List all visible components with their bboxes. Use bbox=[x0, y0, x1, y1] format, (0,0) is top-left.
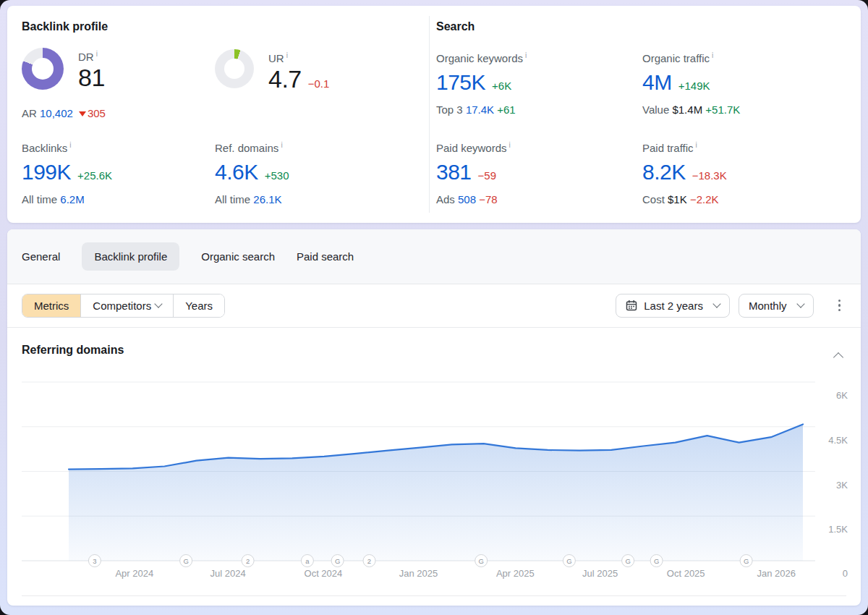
organic-keywords-delta: +6K bbox=[492, 80, 511, 92]
toolbar-right-group: Last 2 years Monthly bbox=[616, 294, 846, 318]
summary-card: Backlink profile Search DRi 81 AR 10,402… bbox=[7, 6, 861, 223]
backlinks-alltime-link[interactable]: 6.2M bbox=[60, 193, 84, 205]
paid-traffic-value-link[interactable]: 8.2K bbox=[642, 160, 686, 184]
metrics-button[interactable]: Metrics bbox=[22, 294, 80, 317]
backlinks-label: Backlinksi bbox=[22, 139, 112, 155]
info-icon[interactable]: i bbox=[525, 51, 527, 59]
ar-delta: 305 bbox=[88, 107, 106, 119]
paid-keywords-value-link[interactable]: 381 bbox=[436, 160, 472, 184]
ur-value: 4.7 bbox=[268, 65, 302, 93]
svg-text:G: G bbox=[566, 557, 571, 565]
ads-line: Ads 508 −78 bbox=[436, 193, 511, 205]
svg-text:4.5K: 4.5K bbox=[828, 435, 848, 446]
info-icon[interactable]: i bbox=[96, 50, 98, 58]
tab-paid-search[interactable]: Paid search bbox=[297, 250, 354, 263]
paid-traffic-delta: −18.3K bbox=[692, 169, 727, 182]
cost-delta: −2.2K bbox=[690, 193, 719, 205]
svg-text:1.5K: 1.5K bbox=[828, 524, 848, 535]
ref-domains-delta: +530 bbox=[265, 169, 289, 182]
tab-general[interactable]: General bbox=[22, 250, 60, 263]
years-button[interactable]: Years bbox=[173, 294, 224, 317]
backlinks-alltime-line: All time 6.2M bbox=[22, 193, 112, 205]
svg-text:0: 0 bbox=[843, 568, 848, 579]
svg-text:Apr 2025: Apr 2025 bbox=[496, 568, 535, 579]
ref-domains-alltime-line: All time 26.1K bbox=[215, 193, 289, 205]
svg-text:3K: 3K bbox=[836, 480, 848, 491]
ref-domains-metric: Ref. domainsi 4.6K+530 All time 26.1K bbox=[215, 139, 289, 205]
more-options-button[interactable] bbox=[833, 295, 847, 316]
info-icon[interactable]: i bbox=[696, 141, 697, 149]
competitors-button[interactable]: Competitors bbox=[80, 294, 173, 317]
ur-donut-chart bbox=[215, 49, 254, 88]
site-overview-window: Backlink profile Search DRi 81 AR 10,402… bbox=[0, 0, 868, 615]
traffic-value: $1.4M bbox=[672, 103, 702, 116]
ads-value-link[interactable]: 508 bbox=[458, 193, 476, 205]
dr-value: 81 bbox=[78, 64, 105, 91]
svg-text:G: G bbox=[479, 557, 484, 565]
referring-domains-chart[interactable]: 6K4.5K3K1.5K03G2aG2GGGGGApr 2024Jul 2024… bbox=[22, 376, 851, 586]
info-icon[interactable]: i bbox=[281, 141, 282, 149]
ar-value-link[interactable]: 10,402 bbox=[40, 107, 73, 119]
top3-value-link[interactable]: 17.4K bbox=[466, 103, 494, 116]
svg-text:G: G bbox=[183, 557, 188, 565]
chevron-up-icon bbox=[833, 352, 843, 362]
toolbar-divider bbox=[7, 327, 861, 328]
organic-keywords-label: Organic keywordsi bbox=[436, 49, 527, 65]
info-icon[interactable]: i bbox=[69, 141, 71, 149]
view-mode-switch: Metrics Competitors Years bbox=[22, 294, 225, 318]
section-divider bbox=[429, 16, 430, 213]
traffic-value-line: Value $1.4M +51.7K bbox=[642, 103, 740, 116]
tab-organic-search[interactable]: Organic search bbox=[201, 250, 275, 263]
info-icon[interactable]: i bbox=[509, 141, 511, 149]
svg-text:3: 3 bbox=[93, 557, 96, 565]
organic-traffic-value-link[interactable]: 4M bbox=[642, 70, 672, 95]
chevron-down-icon bbox=[155, 300, 163, 308]
top3-delta: +61 bbox=[497, 103, 515, 116]
report-card: General Backlink profile Organic search … bbox=[7, 229, 861, 606]
organic-keywords-value-link[interactable]: 175K bbox=[436, 70, 485, 95]
svg-text:Jul 2024: Jul 2024 bbox=[210, 568, 246, 579]
svg-text:Oct 2025: Oct 2025 bbox=[667, 568, 705, 579]
top3-line: Top 3 17.4K +61 bbox=[436, 103, 527, 116]
ref-domains-label: Ref. domainsi bbox=[215, 139, 289, 155]
svg-text:Oct 2024: Oct 2024 bbox=[305, 568, 343, 579]
svg-text:Apr 2024: Apr 2024 bbox=[115, 568, 153, 579]
paid-traffic-label: Paid traffici bbox=[642, 139, 727, 155]
svg-text:2: 2 bbox=[367, 557, 371, 565]
svg-text:2: 2 bbox=[246, 557, 250, 565]
organic-keywords-metric: Organic keywordsi 175K+6K Top 3 17.4K +6… bbox=[436, 49, 527, 116]
ur-label: URi bbox=[268, 49, 329, 65]
cost-value: $1K bbox=[668, 193, 687, 205]
date-range-button[interactable]: Last 2 years bbox=[616, 294, 730, 318]
organic-traffic-label: Organic traffici bbox=[642, 49, 740, 65]
svg-text:G: G bbox=[744, 557, 749, 565]
ur-delta: −0.1 bbox=[308, 77, 330, 90]
section-bottom-divider bbox=[22, 595, 846, 596]
chevron-down-icon bbox=[712, 300, 720, 308]
organic-traffic-metric: Organic traffici 4M+149K Value $1.4M +51… bbox=[642, 49, 740, 116]
granularity-button[interactable]: Monthly bbox=[739, 294, 814, 318]
paid-keywords-label: Paid keywordsi bbox=[436, 139, 511, 155]
backlinks-metric: Backlinksi 199K+25.6K All time 6.2M bbox=[22, 139, 112, 205]
referring-domains-heading: Referring domains bbox=[22, 344, 124, 357]
chevron-down-icon bbox=[796, 300, 804, 308]
tab-backlink-profile[interactable]: Backlink profile bbox=[82, 242, 179, 271]
backlinks-delta: +25.6K bbox=[77, 169, 112, 182]
down-triangle-icon bbox=[79, 111, 86, 116]
organic-traffic-delta: +149K bbox=[678, 80, 710, 92]
backlinks-value-link[interactable]: 199K bbox=[22, 160, 71, 184]
dr-donut-chart bbox=[22, 48, 64, 90]
ar-label: AR bbox=[22, 107, 37, 119]
backlink-profile-heading: Backlink profile bbox=[22, 20, 108, 33]
svg-text:Jul 2025: Jul 2025 bbox=[582, 568, 618, 579]
info-icon[interactable]: i bbox=[286, 51, 288, 59]
domain-rating-block: DRi 81 bbox=[22, 48, 105, 91]
report-tabs: General Backlink profile Organic search … bbox=[7, 229, 861, 284]
dr-label: DRi bbox=[78, 48, 105, 64]
ref-domains-alltime-link[interactable]: 26.1K bbox=[253, 193, 281, 205]
ref-domains-value-link[interactable]: 4.6K bbox=[215, 160, 258, 184]
url-rating-block: URi 4.7 −0.1 bbox=[215, 49, 329, 93]
collapse-section-button[interactable] bbox=[832, 347, 845, 367]
info-icon[interactable]: i bbox=[712, 51, 713, 59]
ads-delta: −78 bbox=[479, 193, 497, 205]
